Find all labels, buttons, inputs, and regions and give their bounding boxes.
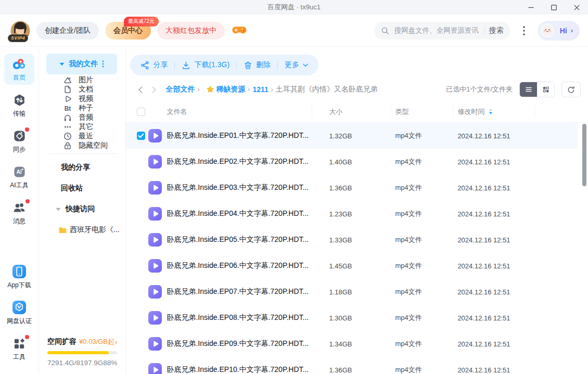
table-row[interactable]: 卧底兄弟.Inside.EP06.中文字幕.720P.HDT...1.45GBm… <box>126 253 578 279</box>
select-all-checkbox[interactable] <box>137 108 145 116</box>
table-row[interactable]: 卧底兄弟.Inside.EP10.中文字幕.720P.HDT...1.36GBm… <box>126 357 578 374</box>
video-file-icon <box>148 311 162 325</box>
notification-dot <box>25 335 29 339</box>
video-file-icon <box>148 233 162 247</box>
breadcrumb-separator: › <box>271 86 273 93</box>
sidebar-item-my-shares[interactable]: 我的分享 <box>39 157 125 178</box>
grid-view-icon <box>542 85 550 94</box>
share-button[interactable]: 分享 <box>140 60 168 70</box>
file-name[interactable]: 卧底兄弟.Inside.EP08.中文字幕.720P.HDT... <box>167 313 309 323</box>
list-view-button[interactable] <box>520 82 537 97</box>
delete-button[interactable]: 删除 <box>244 60 271 70</box>
column-header-name[interactable]: 文件名 <box>167 107 187 117</box>
sidebar-item-my-files[interactable]: 我的文件 <box>46 54 117 74</box>
nav-item-verify[interactable]: 网盘认证 <box>4 297 34 328</box>
breadcrumb-link-rare-resources[interactable]: 稀缺资源 <box>216 85 245 94</box>
red-packet-button[interactable]: 大额红包发放中 <box>157 22 225 40</box>
breadcrumb-bar: 全部文件 › 稀缺资源 › 1211 › 土耳其剧《内情》又名卧底兄弟 已选中1… <box>133 81 581 98</box>
sidebar-item-quick-access[interactable]: 快捷访问 <box>39 199 125 220</box>
scrollbar-thumb[interactable] <box>582 124 586 186</box>
download-button[interactable]: 下载(1.3G) <box>182 60 229 70</box>
table-row[interactable]: 卧底兄弟.Inside.EP07.中文字幕.720P.HDT...1.18GBm… <box>126 279 578 305</box>
table-row[interactable]: 卧底兄弟.Inside.EP05.中文字幕.720P.HDT...1.33GBm… <box>126 227 578 253</box>
table-row[interactable]: 卧底兄弟.Inside.EP09.中文字幕.720P.HDT...1.34GBm… <box>126 331 578 357</box>
table-row[interactable]: 卧底兄弟.Inside.EP04.中文字幕.720P.HDT...1.23GBm… <box>126 201 578 227</box>
close-button[interactable] <box>565 0 588 15</box>
storage-progress-fill <box>47 351 109 354</box>
ai-tools-icon: AI <box>13 165 26 178</box>
column-header-size[interactable]: 大小 <box>329 107 342 117</box>
sidebar-item-label: 文档 <box>79 85 93 94</box>
grid-view-button[interactable] <box>537 82 554 97</box>
kebab-icon[interactable] <box>102 60 104 68</box>
breadcrumb-link-all-files[interactable]: 全部文件 <box>165 85 195 94</box>
sort-icon[interactable] <box>489 109 493 114</box>
file-name[interactable]: 卧底兄弟.Inside.EP02.中文字幕.720P.HDT... <box>167 157 309 166</box>
breadcrumb-link-1211[interactable]: 1211 <box>252 85 268 94</box>
assistant-greeting-button[interactable]: Hi › <box>538 21 580 41</box>
sidebar-item-audio[interactable]: 音频 <box>39 113 125 122</box>
search-divider <box>484 27 485 34</box>
sidebar-item-torrents[interactable]: Bt种子 <box>39 104 125 113</box>
file-name[interactable]: 卧底兄弟.Inside.EP05.中文字幕.720P.HDT... <box>167 235 309 244</box>
nav-item-messages[interactable]: 消息 <box>4 197 34 228</box>
search-button[interactable]: 搜索 <box>489 26 504 35</box>
toolbar-divider <box>236 61 237 69</box>
create-team-button[interactable]: 创建企业/团队 <box>36 22 99 40</box>
file-name[interactable]: 卧底兄弟.Inside.EP07.中文字幕.720P.HDT... <box>167 287 309 296</box>
storage-usage: 7291.4G/8197.9G <box>47 359 103 367</box>
table-row[interactable]: 卧底兄弟.Inside.EP01.中文字幕.720P.HDT...1.32GBm… <box>126 123 578 149</box>
toolbar-divider <box>174 61 175 69</box>
more-menu-button[interactable] <box>517 25 531 36</box>
nav-item-home[interactable]: 首页 <box>4 54 34 85</box>
refresh-icon <box>567 85 576 94</box>
table-row[interactable]: 卧底兄弟.Inside.EP02.中文字幕.720P.HDT...1.40GBm… <box>126 149 578 175</box>
minimize-button[interactable] <box>519 0 542 15</box>
nav-item-transfer[interactable]: 传输 <box>4 89 34 121</box>
sidebar-item-documents[interactable]: 文档 <box>39 85 125 94</box>
game-center-button[interactable] <box>232 25 247 36</box>
nav-item-ai-tools[interactable]: AIAI工具 <box>4 161 34 192</box>
my-files-label: 我的文件 <box>69 59 98 69</box>
back-button[interactable] <box>133 86 147 93</box>
file-modified: 2024.12.16 12:51 <box>457 184 510 192</box>
file-name[interactable]: 卧底兄弟.Inside.EP10.中文字幕.720P.HDT... <box>167 365 309 374</box>
sidebar-item-hidden-space[interactable]: 隐藏空间 <box>39 141 125 150</box>
file-name[interactable]: 卧底兄弟.Inside.EP09.中文字幕.720P.HDT... <box>167 339 309 349</box>
column-header-type[interactable]: 类型 <box>395 107 408 117</box>
list-controls: 已选中1个文件/文件夹 <box>446 82 581 97</box>
sidebar-item-videos[interactable]: 视频 <box>39 94 125 104</box>
maximize-button[interactable] <box>542 0 565 15</box>
sidebar-item-images[interactable]: 图片 <box>39 75 125 85</box>
file-name[interactable]: 卧底兄弟.Inside.EP03.中文字幕.720P.HDT... <box>167 183 309 192</box>
sidebar-item-quick-folder[interactable]: 西班牙电影《... <box>39 220 125 240</box>
sidebar-item-recent[interactable]: 最近 <box>39 132 125 141</box>
vip-level-badge: SVIP4 <box>8 34 28 42</box>
file-name[interactable]: 卧底兄弟.Inside.EP06.中文字幕.720P.HDT... <box>167 261 309 270</box>
sidebar-item-recycle-bin[interactable]: 回收站 <box>39 178 125 199</box>
sidebar-item-other[interactable]: 其它 <box>39 122 125 132</box>
tools-icon <box>13 337 26 350</box>
refresh-button[interactable] <box>561 82 581 97</box>
nav-item-tools[interactable]: 工具 <box>4 333 34 364</box>
vip-discount-badge: 最高减72元 <box>124 17 159 27</box>
nav-item-app-download[interactable]: App下载 <box>4 261 34 292</box>
row-checkbox[interactable] <box>137 132 145 140</box>
table-row[interactable]: 卧底兄弟.Inside.EP08.中文字幕.720P.HDT...1.30GBm… <box>126 305 578 331</box>
nav-item-label: App下载 <box>7 281 31 290</box>
column-header-modified[interactable]: 修改时间 <box>457 107 493 117</box>
chevron-right-icon <box>152 86 157 93</box>
file-name[interactable]: 卧底兄弟.Inside.EP04.中文字幕.720P.HDT... <box>167 209 309 218</box>
nav-item-sync[interactable]: 同步 <box>4 125 34 157</box>
storage-expand-link[interactable]: ¥0.03/GB起› <box>79 337 117 346</box>
chevron-down-icon <box>303 63 308 67</box>
file-size: 1.45GB <box>329 262 352 270</box>
search-input[interactable] <box>393 26 480 35</box>
selection-info: 已选中1个文件/文件夹 <box>446 85 513 94</box>
more-actions-button[interactable]: 更多 <box>285 60 308 70</box>
forward-button[interactable] <box>147 86 161 93</box>
table-row[interactable]: 卧底兄弟.Inside.EP03.中文字幕.720P.HDT...1.36GBm… <box>126 175 578 201</box>
greeting-label: Hi <box>560 27 567 35</box>
file-name[interactable]: 卧底兄弟.Inside.EP01.中文字幕.720P.HDT... <box>167 131 309 140</box>
user-avatar[interactable]: SVIP4 <box>10 21 30 41</box>
